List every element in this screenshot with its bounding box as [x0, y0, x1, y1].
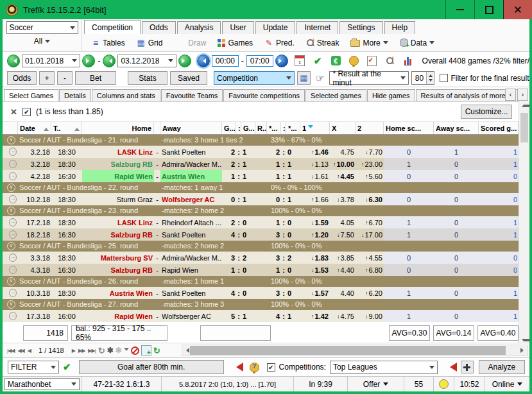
column-header-2[interactable]: 2: [356, 122, 384, 134]
open-game-icon[interactable]: →: [9, 218, 17, 227]
first-record-button[interactable]: |◀◀: [6, 348, 15, 354]
column-header-away-sc-[interactable]: Away sc...: [434, 122, 479, 134]
ribbon-item-grid[interactable]: Grid: [133, 37, 167, 49]
bookmaker-select[interactable]: Marathonbet: [4, 378, 80, 390]
currency-button[interactable]: [330, 55, 342, 67]
result-minute-select[interactable]: * Result at the minut: [329, 71, 409, 85]
column-header-home[interactable]: Home: [82, 122, 154, 134]
ribbon-item-pred-[interactable]: Pred.: [261, 37, 298, 49]
bookmark-button[interactable]: ✱: [107, 346, 114, 355]
minute-spinner[interactable]: 80: [411, 71, 434, 85]
calendar-button[interactable]: 1: [294, 55, 306, 67]
zoom-in-button[interactable]: [141, 345, 151, 355]
tab-scroll-right-button[interactable]: ›: [517, 89, 528, 101]
vertical-scrollbar[interactable]: [519, 101, 529, 345]
competitions-select[interactable]: Top Leagues: [330, 361, 438, 374]
stats-button[interactable]: Stats: [128, 71, 167, 85]
column-header-x[interactable]: X: [330, 122, 356, 134]
ribbon-item-games[interactable]: Games: [214, 37, 257, 49]
tab-internet[interactable]: Internet: [296, 21, 338, 34]
date-to-select[interactable]: 03.12.2018: [117, 55, 176, 67]
close-button[interactable]: [503, 0, 532, 19]
prev-record-button[interactable]: ◀: [27, 348, 31, 354]
scope-select[interactable]: All: [34, 37, 50, 46]
apply-filter-arrow-icon[interactable]: [232, 363, 243, 372]
group-row[interactable]: ∨Soccer / AUT - Bundesliga - 27. round-m…: [3, 299, 519, 310]
open-game-icon[interactable]: →: [9, 148, 17, 156]
ribbon-item-streak[interactable]: +Streak: [302, 37, 343, 49]
condition-checkbox[interactable]: [22, 108, 31, 116]
tab-analysis[interactable]: Analysis: [177, 21, 221, 34]
view-select[interactable]: Competition: [214, 71, 295, 85]
column-header-1[interactable]: 1: [300, 122, 330, 134]
refresh-button[interactable]: [98, 346, 105, 355]
tab-update[interactable]: Update: [255, 21, 296, 34]
tab-favoutite-teams[interactable]: Favoutite Teams: [161, 89, 223, 101]
horizontal-scrollbar[interactable]: [182, 345, 528, 356]
saved-button[interactable]: Saved: [170, 71, 207, 85]
tab-favourite-competitions[interactable]: Favourite competitions: [223, 89, 305, 101]
column-header-date[interactable]: Date: [18, 122, 51, 134]
open-game-icon[interactable]: →: [9, 230, 17, 239]
filter-funnel-button[interactable]: [124, 348, 129, 354]
refresh-green-button[interactable]: [153, 346, 160, 355]
ribbon-item-tables[interactable]: Tables: [87, 37, 129, 49]
time-to-input[interactable]: 07:00: [246, 55, 273, 67]
plus-button[interactable]: +: [39, 71, 55, 85]
open-game-icon[interactable]: →: [9, 172, 17, 180]
table-row[interactable]: →3.2.1818:30LASK Linz-Sankt Poelten2:12:…: [3, 146, 519, 158]
collapse-icon[interactable]: ∨: [7, 136, 15, 144]
time-start-button[interactable]: [197, 55, 210, 67]
ribbon-item-data[interactable]: Data: [396, 37, 438, 49]
bookmark-dim-button[interactable]: ✱: [116, 346, 122, 355]
open-game-icon[interactable]: →: [9, 160, 17, 168]
column-header-icon[interactable]: [154, 122, 160, 134]
group-row[interactable]: ∨Soccer / AUT - Bundesliga - 21. round-m…: [3, 135, 519, 146]
tab-help[interactable]: Help: [384, 21, 416, 34]
next-record-button[interactable]: ▶: [71, 348, 76, 354]
next-date-from-button[interactable]: [82, 55, 95, 67]
table-row[interactable]: →10.3.1818:30Austria Wien-Sankt Poelten4…: [3, 287, 519, 299]
tasklist-button[interactable]: [366, 55, 378, 67]
date-from-select[interactable]: 01.01.2018: [22, 55, 80, 67]
group-row[interactable]: ∨Soccer / AUT - Bundesliga - 23. round-m…: [3, 205, 519, 216]
minimize-button[interactable]: [445, 0, 474, 19]
open-game-icon[interactable]: →: [9, 312, 17, 320]
next-date-to-button[interactable]: [178, 55, 191, 67]
open-game-icon[interactable]: →: [9, 195, 17, 203]
tab-details[interactable]: Details: [59, 89, 91, 101]
collapse-icon[interactable]: ∨: [7, 277, 15, 286]
column-header-icon[interactable]: [3, 122, 18, 134]
online-dropdown[interactable]: Online: [485, 377, 529, 391]
tab-select-games[interactable]: Select Games: [4, 89, 58, 101]
table-row[interactable]: →4.2.1816:30Rapid Wien-Austria Wien1:11:…: [3, 170, 519, 182]
collapse-icon[interactable]: ∨: [7, 300, 15, 309]
chart-button[interactable]: [402, 55, 414, 67]
group-row[interactable]: ∨Soccer / AUT - Bundesliga - 22. round-m…: [3, 182, 519, 193]
spinner-arrows[interactable]: [426, 72, 434, 84]
table-row[interactable]: →18.2.1816:30Salzburg RB-Sankt Poelten4:…: [3, 228, 519, 241]
final-result-checkbox[interactable]: [440, 74, 448, 82]
zoom-search-button[interactable]: +: [384, 55, 396, 67]
scrollbar-thumb[interactable]: [520, 113, 528, 142]
column-header-scored-g-[interactable]: Scored g...: [479, 122, 519, 134]
analyze-button[interactable]: Analyze: [479, 360, 525, 374]
competitions-checkbox[interactable]: [267, 363, 275, 372]
time-end-button[interactable]: [275, 55, 288, 67]
column-header-g-[interactable]: G...: [241, 122, 255, 134]
open-game-icon[interactable]: →: [9, 289, 17, 297]
open-game-icon[interactable]: →: [9, 253, 17, 262]
column-header--[interactable]: :: [236, 122, 241, 134]
table-row[interactable]: →3.2.1818:30Salzburg RB-Admira/Wacker M.…: [3, 158, 519, 170]
apply-competitions-arrow-icon[interactable]: [445, 363, 457, 372]
ribbon-item-more[interactable]: More: [347, 37, 391, 49]
column-header-r-[interactable]: R..: [255, 122, 267, 134]
prev-date-to-button[interactable]: [103, 55, 116, 67]
alarm-help-icon[interactable]: [250, 363, 259, 372]
tab-hide-games[interactable]: Hide games: [367, 89, 415, 101]
table-row[interactable]: →17.2.1818:30LASK Linz-Rheindorf Altach …: [3, 216, 519, 228]
column-header-home-sc-[interactable]: Home sc...: [384, 122, 434, 134]
alert-button[interactable]: [348, 55, 360, 67]
customize-button[interactable]: Customize...: [461, 105, 512, 119]
tab-settings[interactable]: Settings: [339, 21, 382, 34]
